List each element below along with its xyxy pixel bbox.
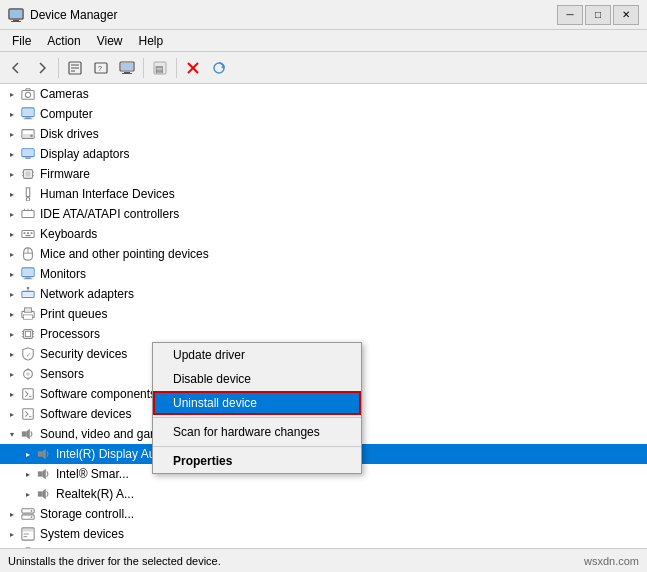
menu-file[interactable]: File: [4, 32, 39, 50]
expand-arrow-keyboards[interactable]: ▸: [4, 226, 20, 242]
svg-rect-57: [23, 292, 34, 296]
expand-arrow-disk-drives[interactable]: ▸: [4, 126, 20, 142]
context-scan-hardware[interactable]: Scan for hardware changes: [153, 420, 361, 444]
expand-arrow-network-adapters[interactable]: ▸: [4, 286, 20, 302]
expand-arrow-software-devices[interactable]: ▸: [4, 406, 20, 422]
tree-item-computer[interactable]: ▸Computer: [0, 104, 647, 124]
tree-label-processors: Processors: [40, 327, 100, 341]
cpu-icon: [20, 326, 36, 342]
svg-rect-2: [11, 21, 21, 22]
expand-arrow-mice[interactable]: ▸: [4, 246, 20, 262]
menu-view[interactable]: View: [89, 32, 131, 50]
tree-area[interactable]: ▸Cameras▸Computer▸Disk drives▸Display ad…: [0, 84, 647, 548]
svg-rect-23: [23, 109, 34, 116]
menu-help[interactable]: Help: [131, 32, 172, 50]
expand-arrow-intel-display-audio[interactable]: ▸: [20, 446, 36, 462]
expand-arrow-system-devices[interactable]: ▸: [4, 526, 20, 542]
tree-item-human-interface[interactable]: ▸Human Interface Devices: [0, 184, 647, 204]
tree-label-display-adaptors: Display adaptors: [40, 147, 129, 161]
tree-label-firmware: Firmware: [40, 167, 90, 181]
tree-item-processors[interactable]: ▸Processors: [0, 324, 647, 344]
expand-arrow-cameras[interactable]: ▸: [4, 86, 20, 102]
expand-arrow-human-interface[interactable]: ▸: [4, 186, 20, 202]
tree-item-disk-drives[interactable]: ▸Disk drives: [0, 124, 647, 144]
title-bar: Device Manager ─ □ ✕: [0, 0, 647, 30]
svg-point-21: [25, 92, 30, 97]
camera-icon: [20, 86, 36, 102]
properties-button[interactable]: [63, 56, 87, 80]
tree-label-realtek-audio: Realtek(R) A...: [56, 487, 134, 501]
forward-button[interactable]: [30, 56, 54, 80]
back-button[interactable]: [4, 56, 28, 80]
tree-item-firmware[interactable]: ▸Firmware: [0, 164, 647, 184]
uninstall-button[interactable]: [181, 56, 205, 80]
menu-bar: File Action View Help: [0, 30, 647, 52]
title-bar-controls: ─ □ ✕: [557, 5, 639, 25]
expand-arrow-intel-smart-sound[interactable]: ▸: [20, 466, 36, 482]
sound-icon: [36, 466, 52, 482]
svg-rect-55: [24, 278, 33, 279]
context-update-driver[interactable]: Update driver: [153, 343, 361, 367]
monitor-icon: [20, 106, 36, 122]
tree-label-security-devices: Security devices: [40, 347, 127, 361]
context-properties[interactable]: Properties: [153, 449, 361, 473]
context-sep-2: [153, 446, 361, 447]
svg-rect-81: [38, 451, 42, 456]
expand-arrow-processors[interactable]: ▸: [4, 326, 20, 342]
svg-rect-13: [122, 73, 132, 74]
expand-arrow-print-queues[interactable]: ▸: [4, 306, 20, 322]
tree-item-display-adaptors[interactable]: ▸Display adaptors: [0, 144, 647, 164]
update-button[interactable]: ▤: [148, 56, 172, 80]
title-bar-text: Device Manager: [30, 8, 117, 22]
expand-arrow-monitors[interactable]: ▸: [4, 266, 20, 282]
svg-point-59: [27, 287, 30, 289]
tree-item-ide-controllers[interactable]: ▸IDE ATA/ATAPI controllers: [0, 204, 647, 224]
tree-label-ide-controllers: IDE ATA/ATAPI controllers: [40, 207, 179, 221]
search-button[interactable]: ?: [89, 56, 113, 80]
svg-rect-89: [23, 529, 34, 532]
scan-button[interactable]: [207, 56, 231, 80]
tree-item-mice[interactable]: ▸Mice and other pointing devices: [0, 244, 647, 264]
monitor-icon: [20, 266, 36, 282]
tree-item-network-adapters[interactable]: ▸Network adapters: [0, 284, 647, 304]
tree-label-cameras: Cameras: [40, 87, 89, 101]
tree-item-system-devices[interactable]: ▸System devices: [0, 524, 647, 544]
usb-icon: [20, 186, 36, 202]
expand-arrow-ide-controllers[interactable]: ▸: [4, 206, 20, 222]
minimize-button[interactable]: ─: [557, 5, 583, 25]
expand-arrow-sound-video-game[interactable]: ▾: [4, 426, 20, 442]
tree-item-keyboards[interactable]: ▸Keyboards: [0, 224, 647, 244]
expand-arrow-display-adaptors[interactable]: ▸: [4, 146, 20, 162]
svg-rect-82: [38, 471, 42, 476]
expand-arrow-security-devices[interactable]: ▸: [4, 346, 20, 362]
menu-action[interactable]: Action: [39, 32, 88, 50]
context-disable-device[interactable]: Disable device: [153, 367, 361, 391]
tree-label-print-queues: Print queues: [40, 307, 107, 321]
expand-arrow-sensors[interactable]: ▸: [4, 366, 20, 382]
status-bar: Uninstalls the driver for the selected d…: [0, 548, 647, 572]
tree-label-disk-drives: Disk drives: [40, 127, 99, 141]
expand-arrow-storage-controllers[interactable]: ▸: [4, 506, 20, 522]
expand-arrow-software-components[interactable]: ▸: [4, 386, 20, 402]
svg-point-87: [31, 516, 33, 518]
tree-item-storage-controllers[interactable]: ▸Storage controll...: [0, 504, 647, 524]
tree-item-print-queues[interactable]: ▸Print queues: [0, 304, 647, 324]
svg-rect-47: [27, 232, 29, 234]
toolbar: ? ▤: [0, 52, 647, 84]
storage-icon: [20, 506, 36, 522]
svg-rect-62: [24, 315, 33, 319]
tree-item-cameras[interactable]: ▸Cameras: [0, 84, 647, 104]
display-icon: [20, 146, 36, 162]
computer-button[interactable]: [115, 56, 139, 80]
expand-arrow-realtek-audio[interactable]: ▸: [20, 486, 36, 502]
ide-icon: [20, 206, 36, 222]
svg-point-28: [30, 134, 33, 137]
maximize-button[interactable]: □: [585, 5, 611, 25]
tree-item-monitors[interactable]: ▸Monitors: [0, 264, 647, 284]
expand-arrow-computer[interactable]: ▸: [4, 106, 20, 122]
context-uninstall-device[interactable]: Uninstall device: [153, 391, 361, 415]
close-button[interactable]: ✕: [613, 5, 639, 25]
expand-arrow-firmware[interactable]: ▸: [4, 166, 20, 182]
svg-rect-41: [22, 211, 34, 218]
tree-item-realtek-audio[interactable]: ▸Realtek(R) A...: [0, 484, 647, 504]
